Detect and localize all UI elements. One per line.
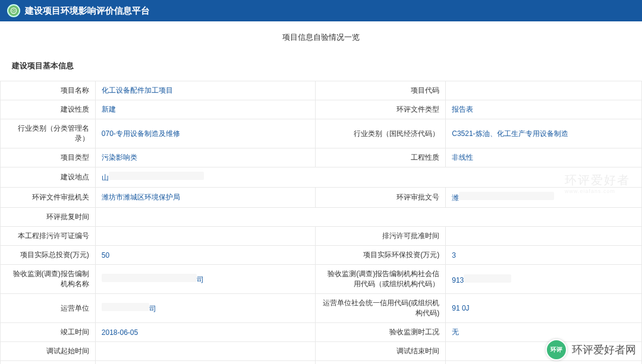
redacted-block bbox=[102, 303, 149, 311]
value-accept-org-name: 司 bbox=[95, 265, 315, 294]
label-discharge-permit-time: 排污许可批准时间 bbox=[315, 227, 446, 246]
label-complete-time: 竣工时间 bbox=[1, 323, 96, 342]
label-industry-econ: 行业类别（国民经济代码） bbox=[315, 119, 446, 148]
label-total-invest: 项目实际总投资(万元) bbox=[1, 246, 96, 265]
label-eia-doc-type: 环评文件类型 bbox=[315, 100, 446, 119]
table-row: 运营单位 司 运营单位社会统一信用代码(或组织机构代码) 91 0J bbox=[1, 294, 642, 323]
redacted-block bbox=[109, 172, 204, 180]
label-report-pub-start: 验收报告公开起始时间 bbox=[1, 361, 96, 365]
section-basic-info-title: 建设项目基本信息 bbox=[0, 56, 642, 76]
redacted-block bbox=[102, 274, 197, 282]
value-debug-start bbox=[95, 342, 315, 361]
value-complete-time: 2018-06-05 bbox=[95, 323, 315, 342]
label-accept-org-code: 验收监测(调查)报告编制机构社会信用代码（或组织机构代码） bbox=[315, 265, 446, 294]
value-eng-nature: 非线性 bbox=[446, 148, 642, 167]
label-industry-cat: 行业类别（分类管理名录） bbox=[1, 119, 96, 148]
table-row: 环评批复时间 bbox=[1, 208, 642, 227]
label-eia-approval-time: 环评批复时间 bbox=[1, 208, 96, 227]
table-row: 项目类型 污染影响类 工程性质 非线性 bbox=[1, 148, 642, 167]
table-row: 项目实际总投资(万元) 50 项目实际环保投资(万元) 3 bbox=[1, 246, 642, 265]
value-industry-cat: 070-专用设备制造及维修 bbox=[95, 119, 315, 148]
label-eia-approval-no: 环评审批文号 bbox=[315, 188, 446, 208]
label-project-name: 项目名称 bbox=[1, 81, 96, 100]
value-project-type: 污染影响类 bbox=[95, 148, 315, 167]
watermark-badge: 环评 环评爱好者网 bbox=[546, 339, 636, 360]
label-accept-org-name: 验收监测(调查)报告编制机构名称 bbox=[1, 265, 96, 294]
table-row: 验收报告公开起始时间 2018-10-12 i信息公开 验收报告公开结束时间 2… bbox=[1, 361, 642, 365]
value-accept-org-code: 913 bbox=[446, 265, 642, 294]
value-operator: 司 bbox=[95, 294, 315, 323]
label-env-invest: 项目实际环保投资(万元) bbox=[315, 246, 446, 265]
value-project-code bbox=[446, 81, 642, 100]
label-report-pub-end: 验收报告公开结束时间 bbox=[315, 361, 446, 365]
value-discharge-permit-no bbox=[95, 227, 315, 246]
table-row: 建设地点 山 bbox=[1, 167, 642, 188]
value-project-name: 化工设备配件加工项目 bbox=[95, 81, 315, 100]
top-header: 建设项目环境影响评价信息平台 bbox=[0, 0, 642, 21]
label-eng-nature: 工程性质 bbox=[315, 148, 446, 167]
value-operator-code: 91 0J bbox=[446, 294, 642, 323]
redacted-block bbox=[459, 192, 554, 200]
table-row: 建设性质 新建 环评文件类型 报告表 bbox=[1, 100, 642, 119]
label-operator-code: 运营单位社会统一信用代码(或组织机构代码) bbox=[315, 294, 446, 323]
value-total-invest: 50 bbox=[95, 246, 315, 265]
label-build-nature: 建设性质 bbox=[1, 100, 96, 119]
table-row: 行业类别（分类管理名录） 070-专用设备制造及维修 行业类别（国民经济代码） … bbox=[1, 119, 642, 148]
value-build-addr: 山 bbox=[95, 167, 641, 188]
label-project-code: 项目代码 bbox=[315, 81, 446, 100]
value-report-pub-start: 2018-10-12 i信息公开 bbox=[95, 361, 315, 365]
value-eia-approval-no: 潍 bbox=[446, 188, 642, 208]
label-discharge-permit-no: 本工程排污许可证编号 bbox=[1, 227, 96, 246]
value-build-nature: 新建 bbox=[95, 100, 315, 119]
platform-title: 建设项目环境影响评价信息平台 bbox=[25, 5, 150, 17]
label-build-addr: 建设地点 bbox=[1, 167, 96, 188]
redacted-block bbox=[464, 274, 511, 283]
value-eia-approval-time bbox=[95, 208, 641, 227]
table-row: 项目名称 化工设备配件加工项目 项目代码 bbox=[1, 81, 642, 100]
table-row: 验收监测(调查)报告编制机构名称 司 验收监测(调查)报告编制机构社会信用代码（… bbox=[1, 265, 642, 294]
table-row: 本工程排污许可证编号 排污许可批准时间 bbox=[1, 227, 642, 246]
value-eia-doc-type: 报告表 bbox=[446, 100, 642, 119]
basic-info-table: 项目名称 化工设备配件加工项目 项目代码 建设性质 新建 环评文件类型 报告表 … bbox=[0, 81, 642, 364]
watermark-avatar-icon: 环评 bbox=[546, 339, 567, 360]
value-env-invest: 3 bbox=[446, 246, 642, 265]
label-monitor-status: 验收监测时工况 bbox=[315, 323, 446, 342]
watermark-brand-name: 环评爱好者网 bbox=[572, 343, 636, 357]
value-eia-review-org: 潍坊市潍城区环境保护局 bbox=[95, 188, 315, 208]
label-debug-start: 调试起始时间 bbox=[1, 342, 96, 361]
page-subtitle: 项目信息自验情况一览 bbox=[0, 21, 642, 56]
platform-logo-icon bbox=[7, 4, 20, 17]
label-debug-end: 调试结束时间 bbox=[315, 342, 446, 361]
table-row: 环评文件审批机关 潍坊市潍城区环境保护局 环评审批文号 潍 bbox=[1, 188, 642, 208]
value-discharge-permit-time bbox=[446, 227, 642, 246]
value-industry-econ: C3521-炼油、化工生产专用设备制造 bbox=[446, 119, 642, 148]
label-project-type: 项目类型 bbox=[1, 148, 96, 167]
value-report-pub-end: 2018-11-12 bbox=[446, 361, 642, 365]
label-operator: 运营单位 bbox=[1, 294, 96, 323]
label-eia-review-org: 环评文件审批机关 bbox=[1, 188, 96, 208]
